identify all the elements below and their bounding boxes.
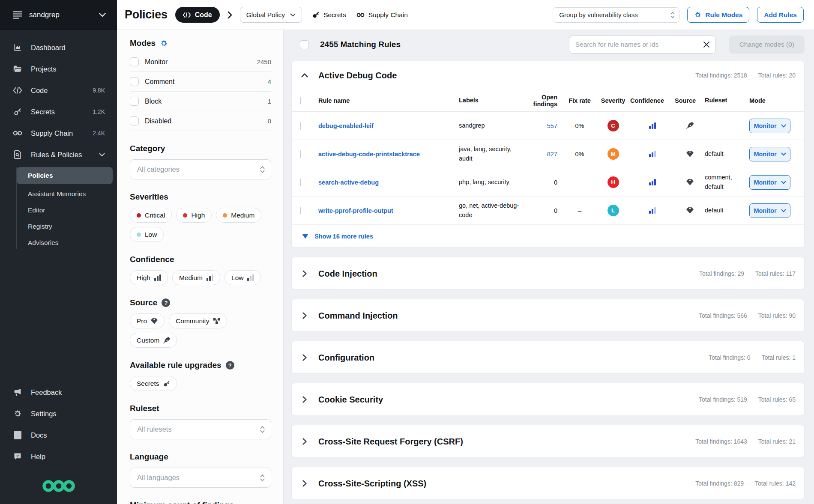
fix-rate: 0% <box>563 151 596 158</box>
source-chip-pro[interactable]: Pro <box>130 313 165 328</box>
confidence-chip-high[interactable]: High <box>130 270 168 285</box>
mode-select[interactable]: Monitor <box>749 147 790 161</box>
tab-code[interactable]: Code <box>175 7 220 23</box>
clear-search-icon[interactable] <box>703 41 710 48</box>
rule-name-link[interactable]: write-pprof-profile-output <box>318 207 393 214</box>
severity-chip-medium[interactable]: Medium <box>216 208 261 223</box>
group-header[interactable]: Cross-Site Request Forgery (CSRF) Total … <box>292 425 804 457</box>
chevron-right-icon[interactable] <box>300 396 309 403</box>
mode-filter-monitor[interactable]: Monitor 2450 <box>130 52 271 72</box>
rule-modes-button[interactable]: Rule Modes <box>687 7 749 23</box>
source-chip-custom[interactable]: Custom <box>130 333 177 348</box>
mode-select[interactable]: Monitor <box>749 119 790 133</box>
sidebar-item-projects[interactable]: Projects <box>0 58 117 80</box>
row-checkbox[interactable] <box>300 150 301 158</box>
select-all-checkbox[interactable] <box>300 40 309 49</box>
column-header: Labels <box>459 96 524 105</box>
sidebar-subitem-editor[interactable]: Editor <box>0 202 117 218</box>
select-group-checkbox[interactable] <box>300 97 301 104</box>
chevron-down-icon <box>781 181 786 184</box>
mode-filter-comment[interactable]: Comment 4 <box>130 72 271 92</box>
confidence-chip-medium[interactable]: Medium <box>172 270 220 285</box>
sidebar-item-dashboard[interactable]: Dashboard <box>0 37 117 58</box>
sidebar-nav: Dashboard Projects Code 9.8K <box>0 30 117 252</box>
tab-secrets-label: Secrets <box>323 11 346 19</box>
sidebar-item-supply-chain[interactable]: Supply Chain 2.4K <box>0 122 117 144</box>
group-header[interactable]: Cookie Security Total findings: 519 Tota… <box>292 383 804 415</box>
upgrade-chip-secrets[interactable]: Secrets <box>130 376 177 391</box>
source-chip-community[interactable]: Community <box>169 313 227 328</box>
add-rules-button[interactable]: Add Rules <box>757 7 804 23</box>
group-total-rules: Total rules: 90 <box>758 312 796 319</box>
row-checkbox[interactable] <box>300 179 301 186</box>
sidebar-subitem-registry[interactable]: Registry <box>0 218 117 235</box>
group-title: Configuration <box>318 353 699 363</box>
sidebar-subitem-advisories[interactable]: Advisories <box>0 235 117 251</box>
rule-search-input[interactable] <box>575 41 703 48</box>
ruleset-select[interactable]: All rulesets <box>130 419 271 439</box>
checkbox[interactable] <box>130 97 139 106</box>
mode-select[interactable]: Monitor <box>749 203 790 218</box>
gear-icon <box>694 11 701 18</box>
checkbox[interactable] <box>130 57 139 66</box>
severity-chip-high[interactable]: High <box>176 208 212 223</box>
checkbox[interactable] <box>130 77 139 86</box>
sidebar-item-label: Docs <box>31 431 105 439</box>
sidebar-item-docs[interactable]: Docs <box>0 424 117 446</box>
column-header: Source <box>675 97 705 104</box>
group-header[interactable]: Active Debug Code Total findings: 2518 T… <box>292 61 804 89</box>
group-header[interactable]: Code Injection Total findings: 29 Total … <box>292 257 804 289</box>
sidebar-subitem-policies[interactable]: Policies <box>17 167 113 184</box>
confidence-bars-icon <box>649 179 656 185</box>
key-icon <box>163 380 170 387</box>
sidebar-item-help[interactable]: ? Help <box>0 446 117 467</box>
chevron-right-icon[interactable] <box>300 270 309 277</box>
gear-icon[interactable] <box>160 39 168 48</box>
language-select[interactable]: All languages <box>130 468 271 488</box>
group-header[interactable]: Configuration Total findings: 0 Total ru… <box>292 341 804 373</box>
help-circle-icon[interactable]: ? <box>226 361 234 370</box>
chevron-right-icon[interactable] <box>300 354 309 361</box>
group-header[interactable]: Command Injection Total findings: 566 To… <box>292 299 804 331</box>
tab-supply-chain[interactable]: Supply Chain <box>356 11 408 19</box>
sidebar-item-feedback[interactable]: Feedback <box>0 382 117 403</box>
help-circle-icon[interactable]: ? <box>162 298 170 307</box>
chevron-right-icon[interactable] <box>300 438 309 445</box>
mode-filter-disabled[interactable]: Disabled 0 <box>130 111 271 131</box>
chevron-right-icon[interactable] <box>300 312 309 319</box>
category-select[interactable]: All categories <box>130 159 271 179</box>
column-header: Ruleset <box>705 96 749 105</box>
sidebar-item-code[interactable]: Code 9.8K <box>0 80 117 101</box>
mode-filter-block[interactable]: Block 1 <box>130 92 271 111</box>
severity-chip-critical[interactable]: Critical <box>130 208 172 223</box>
group-header[interactable]: Cross-Site-Scripting (XSS) Total finding… <box>292 467 804 499</box>
change-modes-button[interactable]: Change modes (0) <box>729 36 805 54</box>
open-findings-link[interactable]: 827 <box>524 151 563 158</box>
chevron-right-icon[interactable] <box>300 480 309 487</box>
row-checkbox[interactable] <box>300 122 301 130</box>
rule-name-link[interactable]: debug-enabled-leif <box>318 122 374 129</box>
tab-secrets[interactable]: Secrets <box>312 11 346 19</box>
sidebar-item-rules-policies[interactable]: Rules & Policies <box>0 144 117 165</box>
sidebar-item-settings[interactable]: Settings <box>0 403 117 424</box>
rule-name-link[interactable]: active-debug-code-printstacktrace <box>318 151 420 158</box>
confidence-chip-low[interactable]: Low <box>224 270 261 285</box>
rule-name-link[interactable]: search-active-debug <box>318 179 379 186</box>
policy-select[interactable]: Global Policy <box>240 7 302 23</box>
severity-chip-low[interactable]: Low <box>130 227 164 242</box>
mode-select[interactable]: Monitor <box>749 175 790 190</box>
group-by-select[interactable]: Group by vulnerability class <box>553 7 679 23</box>
checkbox[interactable] <box>130 116 139 125</box>
hamburger-menu-icon[interactable] <box>13 11 22 19</box>
show-more-rules-link[interactable]: Show 16 more rules <box>292 225 804 247</box>
network-icon <box>213 318 220 324</box>
diamond-icon <box>686 151 694 157</box>
sidebar-item-secrets[interactable]: Secrets 1.2K <box>0 101 117 122</box>
sidebar-subitem-assistant-memories[interactable]: Assistant Memories <box>0 186 117 202</box>
chevron-up-icon[interactable] <box>300 73 309 78</box>
diamond-icon <box>686 179 694 185</box>
open-findings-link[interactable]: 557 <box>524 122 563 129</box>
row-checkbox[interactable] <box>300 207 301 215</box>
confidence-bars-icon <box>247 274 254 281</box>
workspace-switcher[interactable]: sandgrep <box>0 0 117 30</box>
